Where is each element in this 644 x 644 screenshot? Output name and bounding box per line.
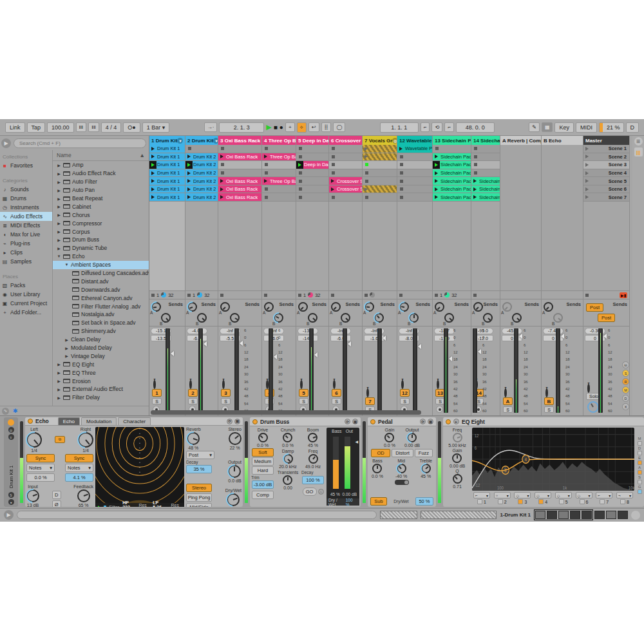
- mixer-rail-io-button[interactable]: io: [622, 361, 629, 368]
- scene-launch-icon[interactable]: [583, 193, 591, 201]
- clip-stop-icon[interactable]: [474, 163, 477, 166]
- clip-slot[interactable]: [296, 145, 328, 153]
- clip-stop-icon[interactable]: [365, 196, 368, 199]
- echo-stereo-mode-button[interactable]: Stereo: [186, 484, 212, 492]
- solo-button[interactable]: S: [544, 406, 554, 413]
- show-info-icon[interactable]: ▶: [4, 510, 14, 520]
- chevron-right-icon[interactable]: ▶: [57, 246, 61, 251]
- sidebar-item-sounds[interactable]: ♪Sounds: [0, 185, 52, 194]
- crunch-knob[interactable]: [283, 433, 292, 442]
- eq-band-checkbox[interactable]: [580, 499, 585, 504]
- sidebar-item-midi-effects[interactable]: ≣MIDI Effects: [0, 221, 52, 230]
- chevron-right-icon[interactable]: ▶: [57, 188, 61, 193]
- clip-stop-all-icon[interactable]: [473, 294, 477, 297]
- echo-filter-bar[interactable]: Filter HP 222 Hz Res 0.15 LP 5.36 kHz Re…: [95, 503, 184, 507]
- pan-knob[interactable]: [401, 380, 404, 389]
- scene-launch-icon[interactable]: [583, 185, 591, 193]
- echo-mode-left-select[interactable]: Notes▾: [26, 464, 55, 472]
- clip-launch-icon[interactable]: [218, 177, 225, 185]
- clip-slot[interactable]: [218, 161, 261, 169]
- pan-knob[interactable]: [504, 388, 507, 397]
- tree-item[interactable]: Distant.adv: [53, 277, 149, 285]
- fader-area[interactable]: 606121824303642485460: [234, 328, 251, 413]
- clip-slot[interactable]: Sidechain: [471, 185, 500, 194]
- clip-slot[interactable]: [363, 145, 397, 153]
- clip-stop-icon[interactable]: [299, 171, 302, 175]
- track-device-strip[interactable]: ◎ ≡ Drum Kit 1 S ●: [4, 417, 18, 507]
- boom-knob[interactable]: [308, 433, 317, 442]
- clip-slot[interactable]: [363, 161, 397, 169]
- draw-mode-icon[interactable]: ✎: [529, 122, 540, 132]
- echo-reverb-knob[interactable]: [187, 432, 200, 445]
- clip-stop-icon[interactable]: [474, 155, 477, 158]
- clip-slot[interactable]: Crossover Sy: [329, 185, 362, 194]
- clip-stop-icon[interactable]: [435, 147, 439, 150]
- tree-item[interactable]: Nostalgia.adv: [53, 310, 149, 319]
- clip-launch-icon[interactable]: [363, 185, 370, 193]
- strip-arm-icon[interactable]: ●: [8, 499, 14, 505]
- clip-launch-icon[interactable]: [149, 161, 156, 169]
- link-button[interactable]: Link: [5, 122, 25, 133]
- tree-item[interactable]: ▶Corpus: [53, 227, 149, 236]
- clip-slot[interactable]: [471, 153, 500, 162]
- echo-tab[interactable]: Echo: [58, 417, 80, 425]
- hard-button[interactable]: Hard: [252, 466, 274, 475]
- scene-slot[interactable]: Scene 7: [583, 193, 629, 202]
- eq-band-filter-select[interactable]: ◇▾: [535, 492, 551, 498]
- solo-button[interactable]: S: [221, 398, 231, 404]
- tree-item[interactable]: ▶EQ Three: [53, 368, 149, 377]
- eq-gain-knob[interactable]: [452, 453, 462, 463]
- clip-launch-icon[interactable]: [149, 169, 156, 177]
- tree-item[interactable]: ▶Vintage Delay: [53, 352, 149, 360]
- tree-item[interactable]: ▶Dynamic Tube: [53, 244, 149, 252]
- echo-sync-left-button[interactable]: Sync: [26, 454, 55, 462]
- sidebar-item-current-project[interactable]: ▣Current Project: [0, 299, 52, 308]
- automation-arm-icon[interactable]: ⟡: [297, 122, 307, 133]
- clip-launch-icon[interactable]: [218, 153, 225, 161]
- chevron-right-icon[interactable]: ▶: [57, 163, 61, 167]
- clip-slot[interactable]: [218, 169, 261, 178]
- pan-knob[interactable]: [587, 384, 590, 393]
- chevron-down-icon[interactable]: ▼: [64, 263, 69, 267]
- clip-slot[interactable]: [397, 185, 432, 194]
- clip-launch-icon[interactable]: [471, 177, 478, 185]
- fader-handle[interactable]: [561, 334, 564, 339]
- back-to-arrangement-icon[interactable]: ▶▮: [620, 292, 627, 298]
- pan-knob[interactable]: [153, 380, 156, 389]
- scene-launch-icon[interactable]: [583, 153, 591, 161]
- fader-handle[interactable]: [383, 336, 386, 341]
- mixer-rail-m-button[interactable]: M: [622, 386, 629, 393]
- capture-midi-icon[interactable]: ⣿: [321, 122, 332, 132]
- eq-band-checkbox[interactable]: [559, 499, 564, 504]
- tree-item[interactable]: ▼Ambient Spaces: [53, 261, 149, 269]
- strip-box[interactable]: [638, 480, 642, 484]
- clip-launch-icon[interactable]: [433, 161, 440, 169]
- clip-slot[interactable]: [397, 193, 432, 202]
- clip-stop-icon[interactable]: [400, 155, 403, 158]
- sidebar-item-audio-effects[interactable]: ∿Audio Effects: [0, 212, 52, 221]
- fader-handle[interactable]: [519, 334, 522, 339]
- clip-stop-icon[interactable]: [365, 180, 368, 183]
- clip-stop-icon[interactable]: [400, 196, 403, 199]
- track-activator-button[interactable]: 5: [299, 389, 308, 397]
- fader-handle[interactable]: [478, 349, 481, 354]
- eq-band-toggle[interactable]: 2: [498, 499, 507, 504]
- echo-visualization[interactable]: Filter HP 222 Hz Res 0.15 LP 5.36 kHz Re…: [95, 427, 184, 507]
- pan-knob[interactable]: [333, 380, 336, 389]
- echo-offset-left-field[interactable]: 0.0 %: [26, 473, 55, 482]
- clip-stop-icon[interactable]: [365, 171, 368, 175]
- tree-item[interactable]: ▶Clean Delay: [53, 336, 149, 344]
- clip-slot[interactable]: [471, 169, 500, 178]
- drum-buss-drywet-field[interactable]: 100 %: [346, 498, 357, 507]
- clip-slot[interactable]: [397, 153, 432, 162]
- clip-stop-icon[interactable]: [221, 163, 224, 166]
- clip-launch-icon[interactable]: [262, 153, 269, 161]
- browser-collapse-icon[interactable]: ▶: [1, 138, 11, 148]
- scene-slot[interactable]: Scene 3: [583, 161, 629, 169]
- echo-pingpong-button[interactable]: Ping Pong: [186, 493, 212, 502]
- chevron-right-icon[interactable]: ▶: [57, 370, 61, 375]
- clip-slot[interactable]: [363, 193, 397, 202]
- hot-swap-icon[interactable]: ⟳: [345, 419, 350, 424]
- clip-slot[interactable]: [329, 161, 362, 169]
- clip-slot[interactable]: Oxi Bass Rack: [218, 193, 261, 202]
